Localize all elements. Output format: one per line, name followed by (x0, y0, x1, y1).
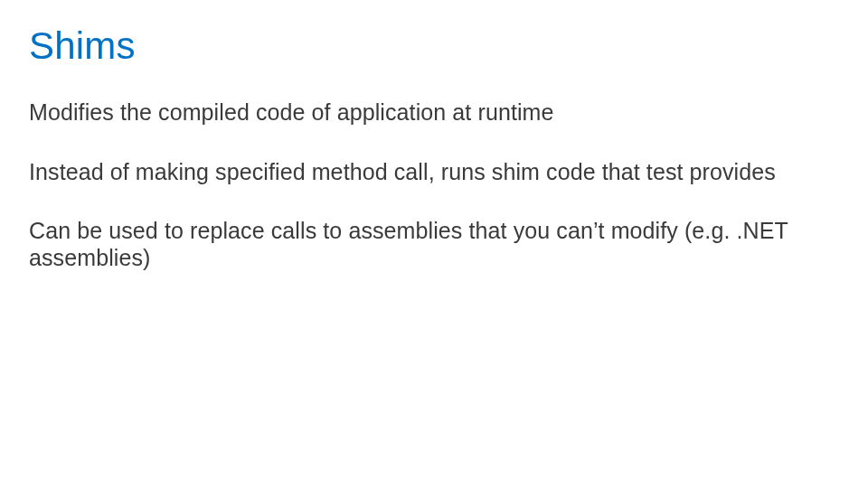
slide-body: Modifies the compiled code of applicatio… (29, 99, 839, 271)
slide-title: Shims (29, 25, 839, 67)
slide: Shims Modifies the compiled code of appl… (0, 0, 868, 488)
body-paragraph: Can be used to replace calls to assembli… (29, 218, 839, 271)
body-paragraph: Modifies the compiled code of applicatio… (29, 99, 839, 127)
body-paragraph: Instead of making specified method call,… (29, 159, 839, 186)
